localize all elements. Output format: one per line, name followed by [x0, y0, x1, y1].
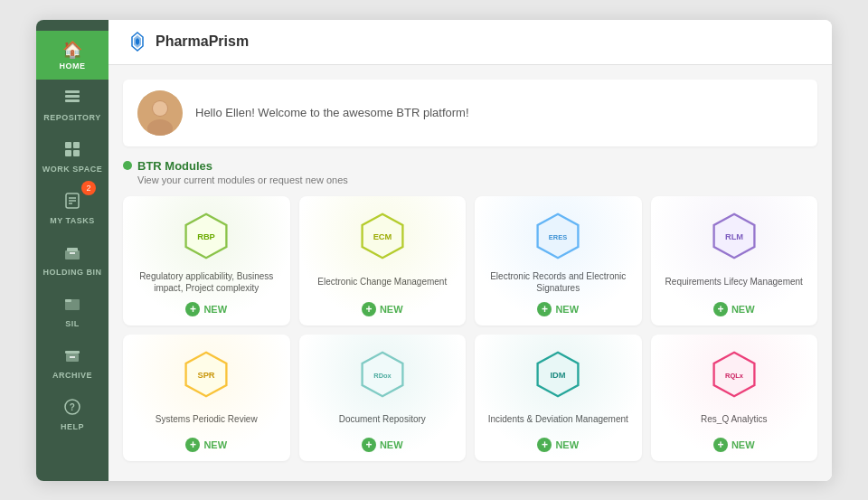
sidebar-label-mytasks: MY TASKS — [50, 216, 95, 225]
hexagon-idm: IDM — [533, 349, 583, 400]
modules-grid: RBP Regulatory applicability, Business i… — [123, 196, 817, 461]
hexagon-rdox: RDox — [357, 349, 408, 400]
module-card-idm[interactable]: IDM Incidents & Deviation Management + N… — [475, 335, 642, 461]
svg-rect-3 — [65, 142, 71, 148]
svg-text:RQLx: RQLx — [725, 371, 744, 379]
svg-text:RLM: RLM — [725, 231, 743, 241]
svg-rect-4 — [73, 142, 80, 148]
hexagon-container-ecm: ECM — [355, 209, 410, 263]
new-btn-icon-spr: + — [185, 438, 200, 452]
module-label-rlm: Requirements Lifecy Management — [665, 270, 803, 295]
new-button-idm[interactable]: + NEW — [537, 438, 579, 452]
sidebar-label-help: HELP — [61, 422, 84, 431]
svg-point-27 — [153, 101, 167, 116]
sidebar-item-sil[interactable]: SIL — [36, 286, 108, 337]
module-label-spr: Systems Periodic Review — [156, 409, 258, 430]
sidebar-item-repository[interactable]: REPOSITORY — [36, 80, 108, 131]
new-btn-label-rdox: NEW — [380, 439, 403, 450]
hexagon-container-eres: ERES — [531, 209, 585, 263]
hexagon-rqlx: RQLx — [709, 349, 760, 400]
sidebar-item-mytasks-wrapper: MY TASKS 2 — [36, 183, 108, 234]
sidebar-item-workspace[interactable]: WORK SPACE — [36, 131, 108, 183]
hexagon-container-rdox: RDox — [355, 347, 410, 401]
svg-rect-0 — [65, 90, 80, 93]
sidebar-label-holdingbin: HOLDING BIN — [43, 268, 102, 277]
sidebar-label-repository: REPOSITORY — [43, 113, 101, 122]
new-btn-label-rqlx: NEW — [731, 439, 755, 450]
svg-rect-12 — [67, 248, 78, 251]
workspace-icon — [63, 140, 81, 163]
modules-dot — [123, 161, 132, 170]
mytasks-badge: 2 — [81, 181, 96, 195]
sidebar: 🏠 HOME REPOSITORY WO — [36, 20, 108, 481]
new-btn-icon-ecm: + — [362, 302, 376, 316]
new-button-rbp[interactable]: + NEW — [185, 302, 227, 316]
svg-text:RBP: RBP — [197, 231, 215, 241]
hexagon-rlm: RLM — [709, 211, 760, 261]
hexagon-ecm: ECM — [357, 211, 408, 261]
holdingbin-icon — [63, 243, 81, 266]
module-card-rbp[interactable]: RBP Regulatory applicability, Business i… — [123, 196, 290, 325]
module-card-ecm[interactable]: ECM Electronic Change Management + NEW — [299, 196, 467, 325]
new-btn-label-eres: NEW — [555, 304, 579, 315]
new-btn-icon-rlm: + — [713, 302, 728, 316]
svg-rect-11 — [65, 250, 80, 259]
module-label-ecm: Electronic Change Management — [317, 270, 447, 295]
avatar — [137, 90, 183, 136]
new-button-ecm[interactable]: + NEW — [362, 302, 403, 316]
svg-rect-1 — [65, 95, 80, 98]
sidebar-label-archive: ARCHIVE — [52, 371, 92, 380]
new-button-spr[interactable]: + NEW — [185, 438, 227, 452]
app-container: 🏠 HOME REPOSITORY WO — [36, 20, 832, 481]
module-label-rqlx: Res_Q Analytics — [701, 409, 767, 430]
new-button-rdox[interactable]: + NEW — [362, 438, 403, 452]
sidebar-item-help[interactable]: ? HELP — [36, 389, 108, 440]
svg-text:IDM: IDM — [551, 370, 566, 379]
svg-text:SPR: SPR — [198, 370, 215, 379]
module-label-idm: Incidents & Deviation Management — [488, 409, 628, 430]
new-btn-icon-rqlx: + — [713, 438, 728, 452]
new-button-rlm[interactable]: + NEW — [713, 302, 755, 316]
logo-area: PharmaPrism — [127, 31, 249, 52]
hexagon-container-rbp: RBP — [179, 209, 233, 263]
sidebar-item-holdingbin[interactable]: HOLDING BIN — [36, 234, 108, 286]
logo-icon — [127, 31, 148, 52]
sidebar-item-archive[interactable]: ARCHIVE — [36, 337, 108, 389]
sidebar-item-mytasks[interactable]: MY TASKS — [36, 183, 108, 234]
new-btn-icon-idm: + — [537, 438, 552, 452]
new-button-eres[interactable]: + NEW — [537, 302, 579, 316]
module-card-rlm[interactable]: RLM Requirements Lifecy Management + NEW — [651, 196, 818, 325]
module-card-rdox[interactable]: RDox Document Repository + NEW — [299, 335, 467, 461]
new-btn-icon-eres: + — [537, 302, 552, 316]
repository-icon — [63, 89, 81, 111]
sil-icon — [63, 295, 81, 317]
archive-icon — [63, 346, 81, 369]
svg-rect-15 — [65, 299, 71, 302]
module-label-rbp: Regulatory applicability, Business impac… — [132, 270, 281, 295]
svg-text:?: ? — [70, 402, 76, 412]
svg-text:ECM: ECM — [373, 231, 392, 241]
hexagon-eres: ERES — [533, 211, 583, 261]
module-card-eres[interactable]: ERES Electronic Records and Electronic S… — [475, 196, 642, 325]
main-content: PharmaPrism Hello Ellen! Welcome to the … — [108, 20, 832, 481]
new-btn-label-rlm: NEW — [731, 304, 755, 315]
hexagon-spr: SPR — [181, 349, 231, 400]
sidebar-item-home[interactable]: 🏠 HOME — [36, 31, 108, 80]
module-label-rdox: Document Repository — [339, 409, 426, 430]
hexagon-container-rqlx: RQLx — [707, 347, 761, 401]
hexagon-container-spr: SPR — [179, 347, 233, 401]
app-name: PharmaPrism — [156, 33, 249, 50]
sidebar-label-sil: SIL — [65, 319, 80, 328]
svg-text:ERES: ERES — [549, 232, 567, 241]
sidebar-label-home: HOME — [60, 61, 86, 71]
welcome-text: Hello Ellen! Welcome to the awesome BTR … — [195, 106, 469, 119]
svg-text:RDox: RDox — [373, 371, 392, 379]
new-btn-label-idm: NEW — [555, 439, 579, 450]
module-card-rqlx[interactable]: RQLx Res_Q Analytics + NEW — [651, 335, 818, 461]
modules-header: BTR Modules View your current modules or… — [123, 159, 817, 185]
hexagon-container-idm: IDM — [531, 347, 585, 401]
new-button-rqlx[interactable]: + NEW — [713, 438, 755, 452]
module-card-spr[interactable]: SPR Systems Periodic Review + NEW — [123, 335, 290, 461]
new-btn-icon-rdox: + — [362, 438, 376, 452]
modules-title: BTR Modules — [123, 159, 817, 173]
